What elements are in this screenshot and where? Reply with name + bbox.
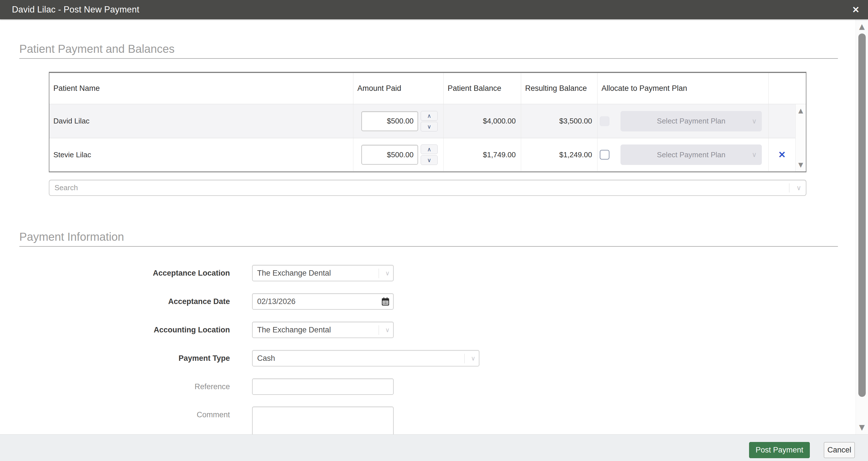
search-input[interactable] <box>50 180 784 195</box>
dialog-title: David Lilac - Post New Payment <box>12 0 140 19</box>
resulting-balance-value: $3,500.00 <box>559 117 592 125</box>
accounting-location-label: Accounting Location <box>85 321 230 338</box>
payment-type-value: Cash <box>257 354 275 363</box>
amount-paid-input[interactable] <box>361 111 418 131</box>
acceptance-location-select[interactable]: The Exchange Dental ∨ <box>252 265 394 281</box>
resulting-balance-value: $1,249.00 <box>559 150 592 159</box>
chevron-up-icon: ∧ <box>427 147 431 152</box>
scroll-up-icon[interactable]: ▲ <box>799 107 803 114</box>
payment-plan-select[interactable]: Select Payment Plan ∨ <box>620 145 762 165</box>
scroll-down-icon[interactable]: ▼ <box>799 162 803 168</box>
acceptance-location-value: The Exchange Dental <box>257 269 331 278</box>
payment-type-select[interactable]: Cash ∨ <box>252 350 479 366</box>
row-actions-cell: ✕ <box>768 138 795 171</box>
dialog-footer: Post Payment Cancel <box>0 434 868 461</box>
table-body: David Lilac ∧ ∨ $4,000.00 <box>50 104 806 172</box>
allocate-cell: Select Payment Plan ∨ <box>597 138 768 171</box>
payment-plan-placeholder: Select Payment Plan <box>657 150 725 159</box>
accounting-location-value: The Exchange Dental <box>257 326 331 334</box>
close-button[interactable]: ✕ <box>846 0 865 19</box>
payment-plan-select: Select Payment Plan ∨ <box>620 111 762 131</box>
amount-paid-cell: ∧ ∨ <box>353 104 443 138</box>
amount-decrement-button[interactable]: ∨ <box>421 122 438 131</box>
column-header-patient-name: Patient Name <box>50 73 353 104</box>
chevron-down-icon: ∨ <box>427 124 431 129</box>
amount-increment-button[interactable]: ∧ <box>421 145 438 154</box>
chevron-up-icon: ∧ <box>427 113 431 119</box>
post-payment-button[interactable]: Post Payment <box>749 442 810 458</box>
amount-increment-button[interactable]: ∧ <box>421 111 438 121</box>
acceptance-date-input[interactable] <box>252 293 394 310</box>
column-header-allocate: Allocate to Payment Plan <box>597 73 768 104</box>
patient-search: ∨ <box>49 180 806 196</box>
patient-balance-value: $4,000.00 <box>483 117 516 125</box>
chevron-down-icon: ∨ <box>471 355 475 362</box>
column-header-patient-balance: Patient Balance <box>443 73 521 104</box>
amount-paid-cell: ∧ ∨ <box>353 138 443 171</box>
section-title-patient-payments: Patient Payment and Balances <box>19 42 838 59</box>
allocate-checkbox[interactable] <box>600 150 610 159</box>
chevron-down-icon: ∨ <box>385 270 390 277</box>
reference-label: Reference <box>85 378 230 395</box>
search-divider <box>789 183 789 192</box>
table-row: Stevie Lilac ∧ ∨ $1,749.00 <box>50 138 795 171</box>
cancel-button[interactable]: Cancel <box>824 442 855 458</box>
section-title-payment-information: Payment Information <box>19 230 838 247</box>
comment-textarea[interactable] <box>252 406 394 438</box>
patient-name-cell: Stevie Lilac <box>50 138 353 171</box>
column-header-amount-paid: Amount Paid <box>353 73 443 104</box>
chevron-down-icon: ∨ <box>427 157 431 163</box>
accounting-location-select[interactable]: The Exchange Dental ∨ <box>252 321 394 338</box>
allocate-cell: Select Payment Plan ∨ <box>597 104 768 138</box>
scrollbar-thumb[interactable] <box>858 33 866 397</box>
table-row: David Lilac ∧ ∨ $4,000.00 <box>50 104 795 138</box>
select-divider <box>379 269 379 278</box>
window-scrollbar[interactable]: ▲ ▼ <box>856 19 868 434</box>
dialog-titlebar: David Lilac - Post New Payment ✕ <box>0 0 868 19</box>
patient-name: David Lilac <box>53 117 89 125</box>
remove-row-button[interactable]: ✕ <box>778 149 786 160</box>
amount-spinner: ∧ ∨ <box>421 145 438 165</box>
acceptance-location-label: Acceptance Location <box>85 265 230 281</box>
chevron-down-icon: ∨ <box>385 327 390 334</box>
patient-name-cell: David Lilac <box>50 104 353 138</box>
resulting-balance-cell: $1,249.00 <box>521 138 597 171</box>
resulting-balance-cell: $3,500.00 <box>521 104 597 138</box>
table-header-row: Patient Name Amount Paid Patient Balance… <box>50 73 806 104</box>
chevron-down-icon: ∨ <box>752 117 757 125</box>
patient-payments-table: Patient Name Amount Paid Patient Balance… <box>49 72 806 172</box>
patient-balance-cell: $4,000.00 <box>443 104 521 138</box>
reference-input[interactable] <box>252 378 394 395</box>
select-divider <box>379 325 379 335</box>
calendar-icon[interactable] <box>381 297 390 306</box>
table-scrollbar[interactable]: ▲ ▼ <box>795 104 806 172</box>
amount-decrement-button[interactable]: ∨ <box>421 155 438 165</box>
chevron-down-icon: ∨ <box>752 151 757 159</box>
chevron-down-icon[interactable]: ∨ <box>796 184 801 192</box>
payment-type-label: Payment Type <box>85 350 230 366</box>
acceptance-date-label: Acceptance Date <box>85 293 230 310</box>
comment-label: Comment <box>85 406 230 423</box>
column-header-resulting-balance: Resulting Balance <box>521 73 597 104</box>
post-new-payment-dialog: David Lilac - Post New Payment ✕ Patient… <box>0 0 868 461</box>
patient-name: Stevie Lilac <box>53 150 91 159</box>
remove-icon: ✕ <box>778 150 786 160</box>
column-header-actions <box>768 73 806 104</box>
scroll-down-icon[interactable]: ▼ <box>859 424 865 431</box>
amount-spinner: ∧ ∨ <box>421 111 438 131</box>
select-divider <box>464 354 465 363</box>
patient-balance-value: $1,749.00 <box>483 150 516 159</box>
row-actions-cell <box>768 104 795 138</box>
allocate-checkbox <box>600 116 610 126</box>
close-icon: ✕ <box>852 5 860 15</box>
amount-paid-input[interactable] <box>361 145 418 165</box>
payment-plan-placeholder: Select Payment Plan <box>657 117 725 125</box>
scroll-up-icon[interactable]: ▲ <box>859 23 865 30</box>
patient-balance-cell: $1,749.00 <box>443 138 521 171</box>
